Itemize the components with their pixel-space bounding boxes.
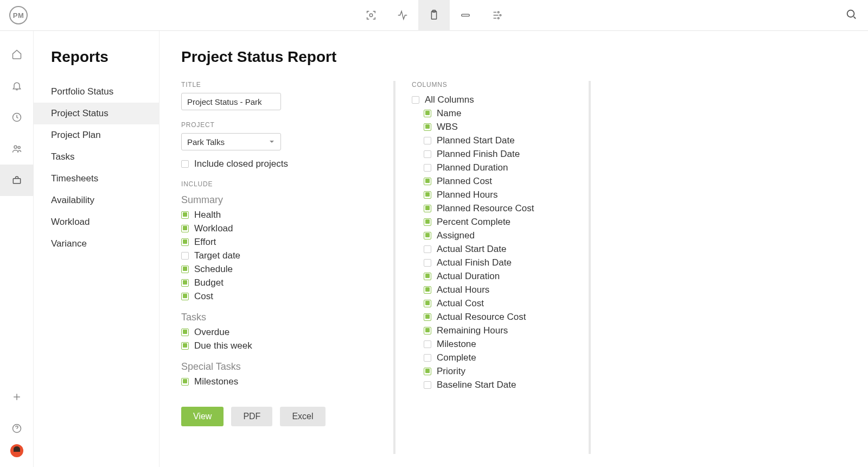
- checkbox-label: Milestones: [194, 376, 238, 387]
- include-label: INCLUDE: [181, 180, 377, 188]
- checkbox-label: Planned Duration: [437, 162, 508, 173]
- column-wbs-checkbox[interactable]: WBS: [424, 120, 589, 134]
- search-icon[interactable]: [845, 8, 857, 22]
- column-percent-complete-checkbox[interactable]: Percent Complete: [424, 215, 589, 229]
- checkbox-label: Assigned: [437, 230, 475, 241]
- checkbox-label: Name: [437, 108, 461, 119]
- checkbox-label: Actual Resource Cost: [437, 312, 526, 323]
- column-planned-cost-checkbox[interactable]: Planned Cost: [424, 174, 589, 188]
- sidebar-item-timesheets[interactable]: Timesheets: [34, 168, 159, 190]
- column-planned-hours-checkbox[interactable]: Planned Hours: [424, 188, 589, 201]
- avatar[interactable]: [10, 444, 23, 457]
- bell-icon[interactable]: [0, 70, 34, 102]
- all-columns-label: All Columns: [425, 94, 474, 105]
- sidebar-item-availability[interactable]: Availability: [34, 190, 159, 211]
- all-columns-checkbox[interactable]: All Columns: [412, 93, 589, 106]
- include-closed-label: Include closed projects: [194, 159, 288, 169]
- column-priority-checkbox[interactable]: Priority: [424, 364, 589, 378]
- column-actual-start-date-checkbox[interactable]: Actual Start Date: [424, 242, 589, 256]
- checkbox-label: Actual Start Date: [437, 244, 507, 255]
- checkbox-label: Baseline Start Date: [437, 380, 516, 390]
- title-input[interactable]: [181, 93, 281, 110]
- link-icon[interactable]: [450, 0, 481, 31]
- include-health-checkbox[interactable]: Health: [181, 208, 377, 222]
- svg-point-5: [500, 15, 501, 16]
- pdf-button[interactable]: PDF: [231, 407, 272, 426]
- scan-icon[interactable]: [355, 0, 387, 31]
- checkbox-label: Planned Hours: [437, 190, 497, 200]
- checkbox-label: Budget: [194, 277, 224, 288]
- sidebar-item-workload[interactable]: Workload: [34, 211, 159, 233]
- view-button[interactable]: View: [181, 407, 224, 426]
- briefcase-icon[interactable]: [0, 165, 34, 196]
- include-overdue-checkbox[interactable]: Overdue: [181, 325, 377, 339]
- checkbox-label: Health: [194, 210, 221, 220]
- home-icon[interactable]: [0, 39, 34, 70]
- column-baseline-start-date-checkbox[interactable]: Baseline Start Date: [424, 378, 589, 392]
- excel-button[interactable]: Excel: [280, 407, 325, 426]
- include-effort-checkbox[interactable]: Effort: [181, 235, 377, 249]
- include-cost-checkbox[interactable]: Cost: [181, 289, 377, 303]
- column-milestone-checkbox[interactable]: Milestone: [424, 337, 589, 351]
- chevron-down-icon: [269, 138, 275, 145]
- checkbox-label: Workload: [194, 223, 233, 234]
- include-group-tasks: Tasks: [181, 312, 377, 323]
- column-planned-finish-date-checkbox[interactable]: Planned Finish Date: [424, 147, 589, 161]
- include-closed-checkbox[interactable]: Include closed projects: [181, 157, 377, 171]
- sidebar-item-portfolio-status[interactable]: Portfolio Status: [34, 81, 159, 103]
- column-name-checkbox[interactable]: Name: [424, 106, 589, 120]
- columns-label: COLUMNS: [412, 81, 589, 89]
- project-select[interactable]: Park Talks: [181, 133, 281, 150]
- main-content: Project Status Report TITLE PROJECT Park…: [159, 31, 868, 467]
- sidebar-item-variance[interactable]: Variance: [34, 233, 159, 255]
- help-icon[interactable]: [0, 413, 34, 444]
- include-budget-checkbox[interactable]: Budget: [181, 276, 377, 289]
- include-schedule-checkbox[interactable]: Schedule: [181, 262, 377, 276]
- config-left-column: TITLE PROJECT Park Talks Include closed …: [181, 81, 395, 454]
- include-milestones-checkbox[interactable]: Milestones: [181, 375, 377, 388]
- column-complete-checkbox[interactable]: Complete: [424, 351, 589, 364]
- logo: PM: [9, 6, 28, 24]
- checkbox-label: Priority: [437, 366, 465, 377]
- checkbox-label: Planned Start Date: [437, 135, 515, 146]
- clipboard-icon[interactable]: [418, 0, 450, 31]
- flow-icon[interactable]: [481, 0, 513, 31]
- sidebar-item-project-plan[interactable]: Project Plan: [34, 124, 159, 146]
- svg-point-9: [14, 146, 17, 148]
- column-assigned-checkbox[interactable]: Assigned: [424, 229, 589, 242]
- column-planned-start-date-checkbox[interactable]: Planned Start Date: [424, 134, 589, 147]
- sidebar-item-project-status[interactable]: Project Status: [34, 103, 159, 124]
- sidebar-item-tasks[interactable]: Tasks: [34, 146, 159, 168]
- checkbox-label: Milestone: [437, 339, 476, 350]
- project-label: PROJECT: [181, 121, 377, 129]
- column-actual-duration-checkbox[interactable]: Actual Duration: [424, 269, 589, 283]
- svg-rect-3: [462, 14, 470, 16]
- activity-icon[interactable]: [387, 0, 418, 31]
- include-group-special-tasks: Special Tasks: [181, 361, 377, 373]
- column-actual-resource-cost-checkbox[interactable]: Actual Resource Cost: [424, 310, 589, 324]
- sidebar-title: Reports: [34, 48, 159, 81]
- checkbox-label: Effort: [194, 237, 216, 248]
- svg-point-6: [497, 17, 499, 19]
- column-actual-finish-date-checkbox[interactable]: Actual Finish Date: [424, 256, 589, 269]
- column-actual-cost-checkbox[interactable]: Actual Cost: [424, 296, 589, 310]
- checkbox-label: Schedule: [194, 264, 233, 275]
- include-due-this-week-checkbox[interactable]: Due this week: [181, 339, 377, 352]
- column-remaining-hours-checkbox[interactable]: Remaining Hours: [424, 324, 589, 337]
- include-target-date-checkbox[interactable]: Target date: [181, 249, 377, 262]
- clock-icon[interactable]: [0, 102, 34, 133]
- column-actual-hours-checkbox[interactable]: Actual Hours: [424, 283, 589, 296]
- checkbox-label: Planned Cost: [437, 176, 492, 187]
- svg-point-0: [369, 14, 373, 17]
- plus-icon[interactable]: [0, 381, 34, 413]
- reports-sidebar: Reports Portfolio StatusProject StatusPr…: [34, 31, 159, 467]
- include-workload-checkbox[interactable]: Workload: [181, 222, 377, 235]
- svg-rect-11: [13, 179, 20, 184]
- column-planned-resource-cost-checkbox[interactable]: Planned Resource Cost: [424, 201, 589, 215]
- column-planned-duration-checkbox[interactable]: Planned Duration: [424, 161, 589, 174]
- topbar: PM: [0, 0, 868, 31]
- checkbox-label: Cost: [194, 291, 213, 302]
- checkbox-label: Actual Finish Date: [437, 257, 512, 268]
- columns-column: COLUMNS All Columns NameWBSPlanned Start…: [395, 81, 591, 454]
- people-icon[interactable]: [0, 133, 34, 165]
